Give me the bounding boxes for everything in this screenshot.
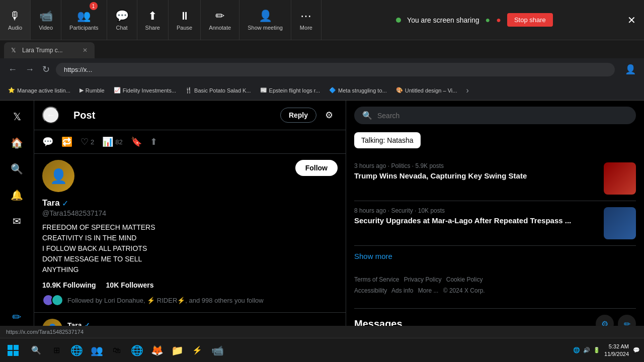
footer-links: Terms of Service Privacy Policy Cookie P… — [354, 275, 636, 296]
trending-meta-2: 8 hours ago · Security · 10K posts — [354, 207, 598, 214]
taskbar-files[interactable]: 📁 — [168, 341, 186, 359]
fidelity-favicon: 📈 — [114, 87, 121, 94]
sidebar-x-logo[interactable]: 𝕏 — [5, 105, 29, 129]
bar-chart-icon: 📊 — [102, 136, 113, 147]
search-input[interactable] — [377, 112, 628, 120]
share-tool[interactable]: ⬆ Share — [137, 0, 169, 40]
stop-share-button[interactable]: Stop share — [507, 13, 553, 27]
post-actions: 💬 🔁 ♡ 2 📊 82 🔖 ⬆ — [34, 130, 346, 154]
potato-label: Basic Potato Salad K... — [194, 87, 251, 94]
browser-tab[interactable]: 𝕏 Lara Trump c... ✕ — [4, 42, 95, 58]
reply-button[interactable]: Reply — [280, 108, 316, 123]
post-settings-button[interactable]: ⚙ — [320, 107, 338, 124]
svg-rect-11 — [8, 351, 13, 356]
taskbar-zoom[interactable]: 📹 — [208, 341, 226, 359]
participants-icon: 👥 — [77, 10, 91, 23]
sidebar-notifications[interactable]: 🔔 — [5, 183, 29, 207]
back-button[interactable]: ← — [6, 62, 19, 77]
trending-text-2: 8 hours ago · Security · 10K posts Secur… — [354, 207, 598, 227]
bookmark-potato[interactable]: 🍴 Basic Potato Salad K... — [181, 85, 255, 96]
taskbar-chromium[interactable]: 🌐 — [128, 341, 146, 359]
profile-button[interactable]: 👤 — [623, 62, 638, 77]
participants-tool[interactable]: 👥 Participants 1 — [61, 0, 107, 40]
trending-item-nevada[interactable]: 3 hours ago · Politics · 5.9K posts Trum… — [354, 156, 636, 201]
footer-more-link[interactable]: More ... — [418, 287, 439, 294]
following-stat[interactable]: 10.9K Following — [42, 281, 96, 289]
privacy-link[interactable]: Privacy Policy — [404, 276, 442, 283]
refresh-button[interactable]: ↻ — [40, 62, 52, 77]
profile-avatar[interactable]: 👤 — [42, 160, 74, 192]
profile-name: Tara — [42, 198, 60, 208]
back-button[interactable]: ← — [42, 107, 59, 124]
bookmark-epstein[interactable]: 📰 Epstein flight logs r... — [256, 85, 325, 96]
bookmarks-more-button[interactable]: › — [462, 84, 472, 97]
profile-handle: @Tara15482537174 — [42, 209, 338, 217]
browser-toolbar: ← → ↻ 👤 — [0, 58, 644, 80]
bookmark-button[interactable]: 🔖 — [131, 136, 142, 147]
like-count: 2 — [91, 138, 94, 146]
follow-button[interactable]: Follow — [295, 160, 338, 176]
retweet-button[interactable]: 🔁 — [61, 136, 72, 147]
show-meeting-tool[interactable]: 👤 Show meeting — [239, 0, 291, 40]
untitled-label: Untitled design – Vi... — [405, 87, 457, 94]
comment-icon: 💬 — [42, 136, 53, 147]
forward-button[interactable]: → — [23, 62, 36, 77]
bookmark-meta[interactable]: 🔷 Meta struggling to... — [325, 85, 391, 96]
pause-label: Pause — [177, 25, 192, 31]
taskbar-teams[interactable]: 👥 — [88, 341, 106, 359]
views-button[interactable]: 📊 82 — [102, 136, 122, 147]
comment-button[interactable]: 💬 — [42, 136, 53, 147]
taskbar-edge[interactable]: 🌐 — [67, 341, 86, 359]
trending-img-1 — [604, 162, 636, 195]
share-button[interactable]: ⬆ — [150, 136, 157, 147]
start-button[interactable] — [4, 341, 22, 359]
bookmark-untitled[interactable]: 🎨 Untitled design – Vi... — [392, 85, 461, 96]
chat-tool[interactable]: 💬 Chat — [107, 0, 137, 40]
sidebar-home[interactable]: 🏠 — [5, 131, 29, 155]
address-bar[interactable] — [56, 63, 615, 76]
volume-icon: 🔊 — [583, 347, 590, 353]
taskbar-extras[interactable]: ⚡ — [188, 341, 206, 359]
svg-rect-9 — [8, 345, 13, 350]
fidelity-label: Fidelity Investments... — [123, 87, 176, 94]
search-icon: 🔍 — [362, 111, 372, 120]
taskbar-search[interactable]: 🔍 — [27, 341, 45, 359]
taskbar-task-view[interactable]: ⊞ — [47, 341, 65, 359]
taskbar-store[interactable]: 🛍 — [108, 341, 126, 359]
accessibility-link[interactable]: Accessibility — [354, 287, 387, 294]
tab-close-button[interactable]: ✕ — [83, 47, 88, 54]
svg-rect-12 — [14, 351, 19, 356]
pen-icon[interactable]: ✏ — [12, 311, 21, 324]
rumble-favicon: ▶ — [79, 87, 84, 94]
trending-item-content: 3 hours ago · Politics · 5.9K posts Trum… — [354, 162, 636, 195]
like-button[interactable]: ♡ 2 — [80, 136, 94, 147]
close-screen-share-button[interactable]: ✕ — [627, 14, 636, 26]
copyright: © 2024 X Corp. — [443, 287, 485, 294]
more-tool[interactable]: ⋯ More — [291, 0, 321, 40]
terms-link[interactable]: Terms of Service — [354, 276, 399, 283]
bookmark-rumble[interactable]: ▶ Rumble — [75, 85, 109, 96]
bookmark-item[interactable]: ⭐ Manage active listin... — [4, 85, 74, 96]
notification-icon[interactable]: 💬 — [633, 347, 640, 353]
bookmark-fidelity[interactable]: 📈 Fidelity Investments... — [110, 85, 180, 96]
show-more-link[interactable]: Show more — [354, 246, 636, 266]
sidebar-explore[interactable]: 🔍 — [5, 157, 29, 181]
taskbar-firefox[interactable]: 🦊 — [148, 341, 166, 359]
bookmark-label: Manage active listin... — [17, 87, 70, 94]
cookie-link[interactable]: Cookie Policy — [446, 276, 483, 283]
sidebar-messages[interactable]: ✉ — [5, 209, 29, 233]
annotate-label: Annotate — [209, 25, 231, 31]
followers-stat[interactable]: 10K Followers — [106, 281, 154, 289]
video-tool[interactable]: 📹 Video — [31, 0, 61, 40]
trending-item-security[interactable]: 8 hours ago · Security · 10K posts Secur… — [354, 201, 636, 246]
share-icon: ⬆ — [148, 10, 157, 23]
annotate-tool[interactable]: ✏ Annotate — [201, 0, 239, 40]
audio-tool[interactable]: 🎙 Audio — [0, 0, 31, 40]
views-count: 82 — [115, 138, 122, 146]
participant-count: 1 — [90, 2, 98, 10]
pause-tool[interactable]: ⏸ Pause — [169, 0, 201, 40]
epstein-label: Epstein flight logs r... — [269, 87, 320, 94]
network-icon: 🌐 — [573, 347, 580, 353]
clock: 5:32 AM 11/9/2024 — [604, 343, 629, 357]
ads-info-link[interactable]: Ads info — [391, 287, 413, 294]
